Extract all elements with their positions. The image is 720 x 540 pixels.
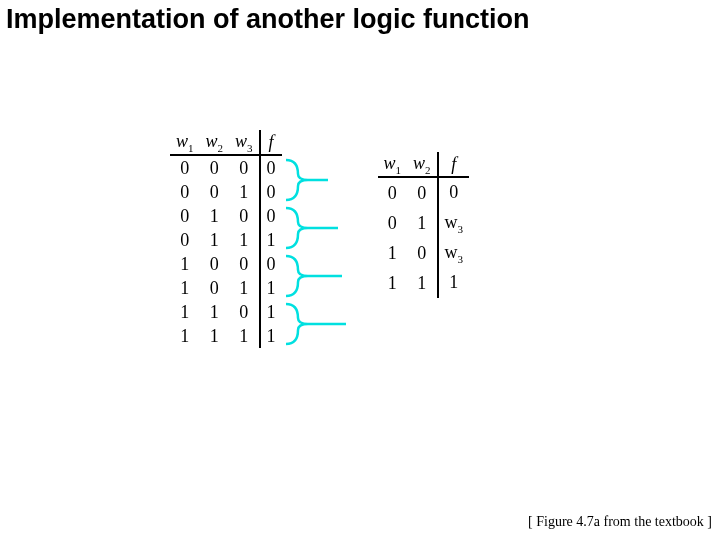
table-row: 10w3 — [378, 238, 470, 268]
col-f: f — [438, 152, 470, 177]
table-row: 0000 — [170, 155, 282, 180]
col-w1: w1 — [170, 130, 200, 155]
diagram-content: w1 w2 w3 f 0000 0010 0100 0111 1000 1011… — [170, 130, 469, 348]
table-row: 1011 — [170, 276, 282, 300]
table-row: 1101 — [170, 300, 282, 324]
full-truth-table: w1 w2 w3 f 0000 0010 0100 0111 1000 1011… — [170, 130, 282, 348]
table-row: 000 — [378, 177, 470, 208]
figure-caption: [ Figure 4.7a from the textbook ] — [528, 514, 712, 530]
col-f: f — [260, 130, 282, 155]
table-row: 01w3 — [378, 208, 470, 238]
col-w2: w2 — [200, 130, 230, 155]
table-row: 0111 — [170, 228, 282, 252]
col-w3: w3 — [229, 130, 260, 155]
brace-icon — [284, 300, 348, 348]
table-row: 1111 — [170, 324, 282, 348]
table-row: 0100 — [170, 204, 282, 228]
reduced-truth-table: w1 w2 f 000 01w3 10w3 111 — [378, 152, 470, 298]
table-row: 1000 — [170, 252, 282, 276]
brace-icon — [284, 156, 348, 204]
brace-icon — [284, 204, 348, 252]
brace-icon — [284, 252, 348, 300]
col-w2: w2 — [407, 152, 438, 177]
col-w1: w1 — [378, 152, 408, 177]
table-row: 0010 — [170, 180, 282, 204]
group-braces — [284, 156, 348, 348]
table-row: 111 — [378, 268, 470, 298]
page-title: Implementation of another logic function — [6, 4, 530, 35]
